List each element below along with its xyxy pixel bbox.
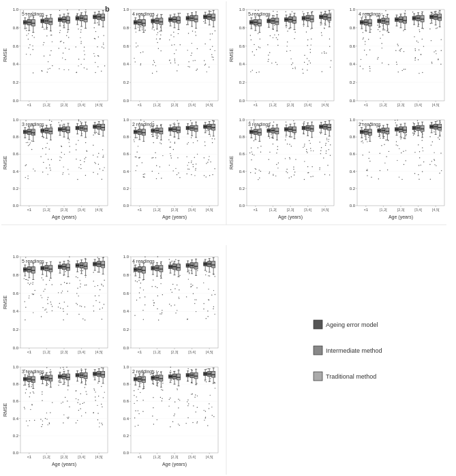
main-container bbox=[0, 0, 456, 476]
